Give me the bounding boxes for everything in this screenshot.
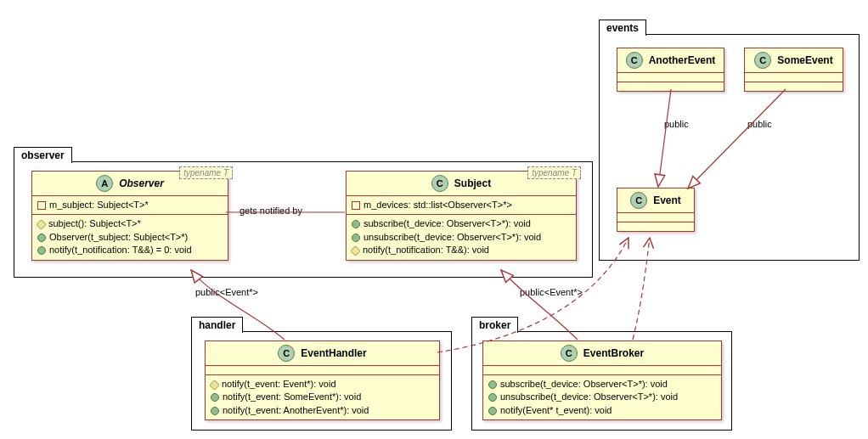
class-icon: C bbox=[754, 52, 771, 69]
class-event: C Event bbox=[617, 188, 695, 232]
method: unsubscribe(t_device: Observer<T>*): voi… bbox=[488, 391, 716, 403]
class-observer-name: Observer bbox=[119, 177, 164, 189]
class-icon: C bbox=[626, 52, 643, 69]
method: Observer(t_subject: Subject<T>*) bbox=[37, 231, 223, 244]
package-events: events C AnotherEvent C SomeEvent C Even… bbox=[599, 34, 860, 261]
class-icon: C bbox=[431, 175, 448, 192]
method: notify(t_event: SomeEvent*): void bbox=[211, 391, 434, 403]
edge-label-broker-subject: public<Event*> bbox=[520, 287, 583, 297]
edge-label-observer-subject: gets notified by bbox=[240, 205, 302, 216]
class-subject: C Subject typename T m_devices: std::lis… bbox=[346, 171, 577, 261]
class-anotherevent: C AnotherEvent bbox=[617, 48, 724, 92]
class-someevent: C SomeEvent bbox=[744, 48, 843, 92]
package-observer-label: observer bbox=[14, 147, 72, 163]
method: notify(t_event: AnotherEvent*): void bbox=[211, 404, 434, 417]
class-eventbroker: C EventBroker subscribe(t_device: Observ… bbox=[482, 341, 722, 420]
class-icon: C bbox=[630, 192, 647, 209]
method: notify(t_notification: T&&): void bbox=[352, 244, 571, 256]
class-subject-name: Subject bbox=[454, 177, 491, 189]
class-event-name: Event bbox=[653, 194, 681, 206]
method: subscribe(t_device: Observer<T>*): void bbox=[352, 217, 571, 230]
class-icon: C bbox=[561, 345, 578, 362]
abstract-icon: A bbox=[96, 175, 113, 192]
method: notify(Event* t_event): void bbox=[488, 404, 716, 417]
package-handler: handler C EventHandler notify(t_event: E… bbox=[191, 331, 452, 431]
class-someevent-name: SomeEvent bbox=[777, 54, 832, 66]
edge-label-some-event: public bbox=[747, 119, 772, 129]
method: subject(): Subject<T>* bbox=[37, 217, 223, 230]
template-badge: typename T bbox=[527, 166, 581, 179]
template-badge: typename T bbox=[179, 166, 233, 179]
package-events-label: events bbox=[599, 20, 646, 36]
class-anotherevent-name: AnotherEvent bbox=[649, 54, 716, 66]
edge-label-another-event: public bbox=[664, 119, 689, 129]
edge-label-handler-observer: public<Event*> bbox=[195, 287, 258, 297]
package-broker-label: broker bbox=[471, 317, 518, 333]
class-eventhandler-name: EventHandler bbox=[301, 347, 366, 359]
method: notify(t_event: Event*): void bbox=[211, 378, 434, 391]
method: subscribe(t_device: Observer<T>*): void bbox=[488, 378, 716, 391]
package-handler-label: handler bbox=[191, 317, 243, 333]
package-observer: observer A Observer typename T m_subject… bbox=[14, 161, 593, 278]
field: m_subject: Subject<T>* bbox=[37, 199, 223, 211]
method: unsubscribe(t_device: Observer<T>*): voi… bbox=[352, 231, 571, 244]
field: m_devices: std::list<Observer<T>*> bbox=[352, 199, 571, 211]
class-icon: C bbox=[278, 345, 295, 362]
class-eventhandler: C EventHandler notify(t_event: Event*): … bbox=[205, 341, 440, 420]
class-eventbroker-name: EventBroker bbox=[583, 347, 644, 359]
method: notify(t_notification: T&&) = 0: void bbox=[37, 244, 223, 256]
class-observer: A Observer typename T m_subject: Subject… bbox=[31, 171, 228, 261]
package-broker: broker C EventBroker subscribe(t_device:… bbox=[471, 331, 732, 431]
